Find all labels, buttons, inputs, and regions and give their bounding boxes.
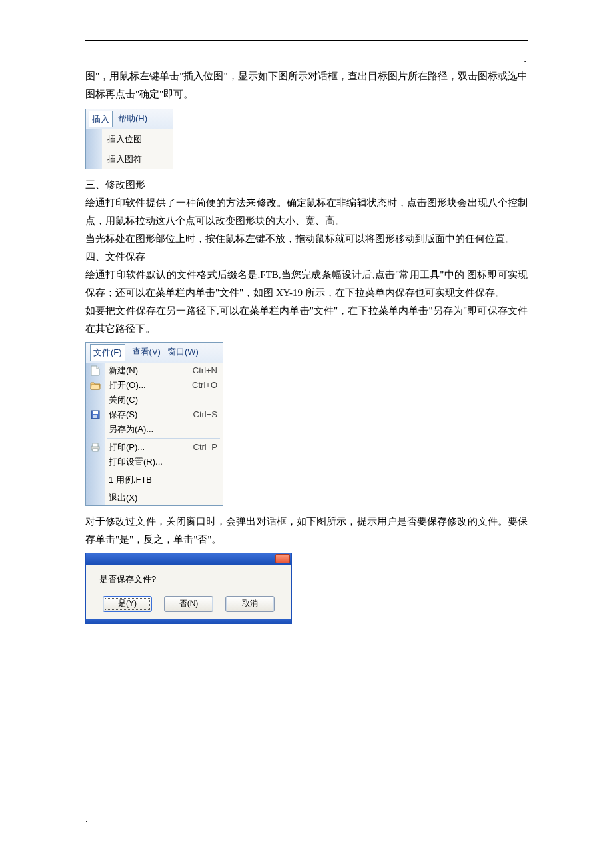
menu-label: 另存为(A)... (109, 421, 153, 437)
corner-dot: . (524, 50, 526, 68)
paragraph-modify-1: 绘通打印软件提供了一种简便的方法来修改。确定鼠标在非编辑状态时，点击图形块会出现… (85, 194, 528, 230)
menu-item-save-as[interactable]: 另存为(A)... (105, 422, 223, 437)
menu-item-print-setup[interactable]: 打印设置(R)... (105, 455, 223, 469)
menu-item-close[interactable]: 关闭(C) (105, 393, 223, 407)
menu-item-exit[interactable]: 退出(X) (105, 491, 223, 505)
paragraph-modify-2: 当光标处在图形部位上时，按住鼠标左键不放，拖动鼠标就可以将图形移动到版面中的任何… (85, 230, 528, 248)
menubar-window[interactable]: 窗口(W) (167, 344, 199, 361)
insert-menu-gutter (86, 129, 102, 169)
cancel-button[interactable]: 取消 (225, 596, 275, 612)
menu-label: 退出(X) (109, 490, 137, 505)
paragraph-save-1: 绘通打印软件默认的文件格式后缀名是.FTB,当您完成条幅设计后,点击"常用工具"… (85, 266, 528, 302)
menu-item-insert-symbol[interactable]: 插入图符 (102, 149, 173, 169)
menu-item-insert-bitmap[interactable]: 插入位图 (102, 129, 173, 149)
dialog-titlebar (85, 553, 292, 565)
menu-label: 打印设置(R)... (109, 454, 163, 469)
footer-dot: . (85, 810, 88, 828)
paragraph-insert-bitmap: 图"，用鼠标左键单击"插入位图"，显示如下图所示对话框，查出目标图片所在路径，双… (85, 67, 528, 103)
svg-rect-1 (93, 411, 98, 414)
dialog-message: 是否保存文件? (94, 571, 283, 587)
menu-label: 保存(S) (109, 407, 137, 422)
menu-shortcut: Ctrl+N (193, 363, 217, 378)
menu-label: 打印(P)... (109, 439, 145, 455)
help-menu-title[interactable]: 帮助(H) (118, 111, 147, 127)
file-menu-gutter (86, 363, 105, 505)
menu-shortcut: Ctrl+O (192, 377, 217, 393)
menu-label: 新建(N) (109, 363, 138, 378)
no-button[interactable]: 否(N) (164, 596, 213, 612)
menu-shortcut: Ctrl+S (193, 407, 217, 422)
close-icon[interactable] (275, 554, 290, 563)
insert-menu-title[interactable]: 插入 (89, 111, 113, 127)
file-menu-screenshot: 文件(F) 查看(V) 窗口(W) (85, 342, 223, 505)
blank-icon-1 (86, 393, 105, 407)
menu-item-print[interactable]: 打印(P)... Ctrl+P (105, 440, 223, 455)
open-folder-icon (86, 378, 105, 393)
dialog-bottom-border (85, 619, 292, 624)
menu-item-open[interactable]: 打开(O)... Ctrl+O (105, 378, 223, 393)
save-dialog-screenshot: 是否保存文件? 是(Y) 否(N) 取消 (85, 553, 292, 624)
new-file-icon (86, 363, 105, 378)
menu-separator (107, 471, 220, 471)
menu-shortcut: Ctrl+P (193, 439, 217, 455)
menu-separator (107, 438, 220, 439)
paragraph-save-2: 如要把文件保存在另一路径下,可以在菜单栏内单击"文件"，在下拉菜单内单击"另存为… (85, 302, 528, 338)
file-menu-header: 文件(F) 查看(V) 窗口(W) (86, 343, 223, 363)
yes-button[interactable]: 是(Y) (103, 596, 152, 612)
menubar-view[interactable]: 查看(V) (132, 344, 161, 361)
menu-item-save[interactable]: 保存(S) Ctrl+S (105, 407, 223, 422)
menu-label: 打开(O)... (109, 377, 146, 393)
printer-icon (86, 440, 105, 455)
menu-item-new[interactable]: 新建(N) Ctrl+N (105, 363, 223, 378)
menu-separator (107, 489, 220, 489)
menubar-file[interactable]: 文件(F) (90, 344, 125, 361)
svg-rect-2 (93, 415, 97, 418)
insert-menu-screenshot: 插入 帮助(H) 插入位图 插入图符 (85, 109, 173, 169)
menu-label: 关闭(C) (109, 392, 138, 407)
blank-icon-2 (86, 422, 105, 437)
heading-modify-shape: 三、修改图形 (85, 176, 528, 194)
menu-label: 1 用例.FTB (109, 472, 152, 487)
heading-file-save: 四、文件保存 (85, 248, 528, 266)
save-disk-icon (86, 407, 105, 422)
menu-item-recent-file[interactable]: 1 用例.FTB (105, 473, 223, 487)
top-rule-line (85, 40, 528, 41)
svg-rect-4 (93, 443, 98, 447)
insert-menu-header: 插入 帮助(H) (86, 109, 173, 129)
paragraph-close-prompt: 对于修改过文件，关闭窗口时，会弹出对话框，如下图所示，提示用户是否要保存修改的文… (85, 513, 528, 549)
svg-rect-5 (93, 449, 98, 451)
